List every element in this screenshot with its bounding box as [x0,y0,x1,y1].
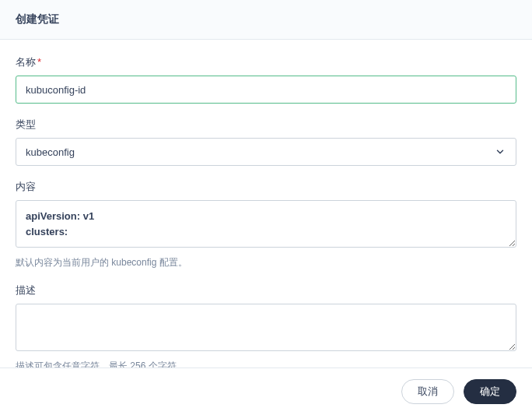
form-group-description: 描述 描述可包含任意字符，最长 256 个字符。 [16,283,516,368]
content-label: 内容 [16,180,516,194]
name-label: 名称* [16,55,516,69]
create-credential-dialog: 创建凭证 名称* 类型 kubeconfig 内容 默认内容为当前用户的 kub… [0,0,532,415]
content-hint: 默认内容为当前用户的 kubeconfig 配置。 [16,256,516,269]
desc-label: 描述 [16,283,516,297]
content-textarea[interactable] [16,200,516,248]
dialog-header: 创建凭证 [0,0,532,40]
desc-textarea[interactable] [16,304,516,351]
dialog-footer: 取消 确定 [0,368,532,415]
dialog-body: 名称* 类型 kubeconfig 内容 默认内容为当前用户的 kubeconf… [0,40,532,368]
confirm-button[interactable]: 确定 [464,379,516,404]
type-select-value: kubeconfig [26,146,75,158]
form-group-type: 类型 kubeconfig [16,118,516,166]
chevron-down-icon [494,146,506,158]
dialog-title: 创建凭证 [16,12,516,26]
type-label: 类型 [16,118,516,132]
form-group-name: 名称* [16,55,516,104]
cancel-button[interactable]: 取消 [401,379,454,404]
type-select[interactable]: kubeconfig [16,138,516,166]
name-input[interactable] [16,76,516,104]
desc-hint: 描述可包含任意字符，最长 256 个字符。 [16,360,516,368]
required-star: * [37,56,41,68]
form-group-content: 内容 默认内容为当前用户的 kubeconfig 配置。 [16,180,516,269]
name-label-text: 名称 [16,56,36,68]
